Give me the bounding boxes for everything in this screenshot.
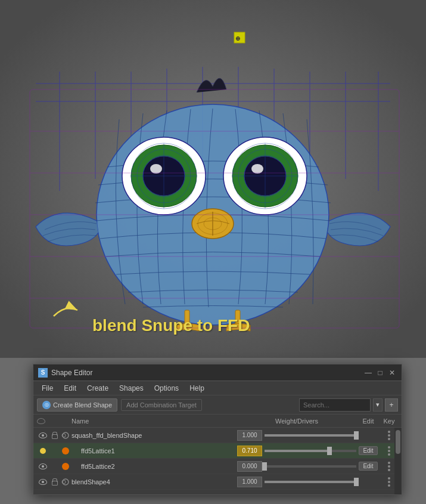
key-dot	[388, 446, 390, 449]
key-dot	[388, 465, 390, 468]
menu-bar: File Edit Create Shapes Options Help	[33, 381, 402, 395]
svg-text:⊕: ⊕	[235, 35, 240, 42]
eye-icon[interactable]	[39, 463, 47, 469]
create-blend-label: Create Blend Shape	[53, 401, 112, 409]
visibility-dot	[40, 448, 46, 454]
row-weight-area: 0.000	[237, 461, 356, 472]
maximize-button[interactable]: □	[375, 368, 385, 378]
row-name-label: squash_ffd_blendShape	[71, 432, 237, 439]
menu-shapes[interactable]: Shapes	[114, 383, 148, 394]
scrollbar[interactable]	[394, 428, 402, 494]
row-lock-toggle[interactable]	[49, 432, 60, 439]
row-name-label: blendShape4	[71, 478, 237, 486]
key-dot	[388, 481, 390, 483]
weight-slider[interactable]	[265, 434, 356, 437]
weight-value[interactable]: 1.000	[237, 477, 262, 487]
col-vis-header	[37, 418, 49, 424]
menu-help[interactable]: Help	[185, 383, 209, 394]
shape-editor-panel: S Shape Editor — □ ✕ File Edit Create Sh…	[33, 364, 402, 495]
search-dropdown[interactable]: ▾	[373, 398, 383, 412]
key-dot	[388, 484, 390, 487]
3d-viewport[interactable]: ⊕ blend Snupe to FFD	[0, 0, 426, 358]
col-weight-header: Weight/Drivers	[237, 418, 356, 425]
row-weight-area: 1.000	[237, 477, 356, 487]
weight-value[interactable]: 0.710	[237, 446, 262, 456]
orange-type-icon	[62, 447, 69, 454]
app-icon: S	[38, 368, 48, 378]
table-row[interactable]: blendShape4 1.000	[33, 474, 402, 490]
weight-value[interactable]: 1.000	[237, 430, 262, 441]
col-name-header: Name	[71, 418, 237, 425]
search-add-button[interactable]: +	[385, 398, 398, 412]
menu-options[interactable]: Options	[150, 383, 184, 394]
add-combination-label: Add Combination Target	[126, 401, 197, 409]
key-dot	[388, 431, 390, 433]
menu-edit[interactable]: Edit	[59, 383, 81, 394]
key-dot	[388, 469, 390, 471]
row-weight-area: 1.000	[237, 430, 356, 441]
rows-container: squash_ffd_blendShape 1.000	[33, 428, 402, 494]
row-type-icon	[60, 447, 71, 454]
weight-value[interactable]: 0.000	[237, 461, 262, 472]
svg-point-17	[150, 164, 162, 174]
close-button[interactable]: ✕	[387, 368, 397, 378]
add-combination-target-button[interactable]: Add Combination Target	[121, 399, 202, 411]
row-name-label: ffd5Lattice2	[71, 463, 237, 470]
row-edit-area[interactable]: Edit	[356, 462, 380, 471]
panel-title: Shape Editor	[51, 369, 92, 377]
key-dot	[388, 462, 390, 464]
title-bar: S Shape Editor — □ ✕	[33, 364, 402, 381]
weight-slider[interactable]	[265, 481, 356, 483]
svg-point-26	[251, 164, 263, 174]
weight-slider[interactable]	[265, 450, 356, 452]
minimize-button[interactable]: —	[363, 368, 373, 378]
table-row[interactable]: squash_ffd_blendShape 1.000	[33, 428, 402, 443]
menu-create[interactable]: Create	[82, 383, 113, 394]
weight-slider[interactable]	[265, 465, 356, 468]
edit-button[interactable]: Edit	[359, 446, 377, 455]
table-row[interactable]: ffd5Lattice2 0.000 Edit	[33, 459, 402, 474]
search-container: ▾ +	[299, 398, 398, 412]
column-headers: Name Weight/Drivers Edit Key	[33, 415, 402, 428]
lock-icon	[51, 432, 57, 439]
col-edit-header: Edit	[356, 418, 380, 425]
row-visibility-toggle[interactable]	[37, 463, 49, 469]
menu-file[interactable]: File	[37, 383, 58, 394]
row-edit-area[interactable]: Edit	[356, 446, 380, 455]
key-dot	[388, 477, 390, 480]
key-dot	[388, 453, 390, 456]
key-dot	[388, 434, 390, 437]
search-input[interactable]	[299, 398, 371, 412]
row-type-icon	[60, 478, 71, 486]
scrollbar-thumb[interactable]	[396, 430, 400, 454]
row-type-icon	[60, 463, 71, 470]
key-dots	[388, 477, 390, 487]
key-dots	[388, 431, 390, 440]
row-weight-area: 0.710	[237, 446, 356, 456]
table-row[interactable]: ffd5Lattice1 0.710 Edit	[33, 443, 402, 459]
row-type-icon	[60, 431, 71, 440]
key-dots	[388, 462, 390, 471]
key-dots	[388, 446, 390, 456]
edit-button[interactable]: Edit	[359, 462, 377, 471]
eye-icon[interactable]	[39, 432, 47, 438]
row-name-label: ffd5Lattice1	[71, 447, 237, 454]
key-dot	[388, 438, 390, 440]
col-key-header: Key	[380, 418, 398, 425]
create-blend-icon: ◎	[42, 401, 51, 409]
toolbar: ◎ Create Blend Shape Add Combination Tar…	[33, 395, 402, 415]
row-visibility-toggle[interactable]	[37, 479, 49, 485]
row-visibility-toggle[interactable]	[37, 448, 49, 454]
eye-icon[interactable]	[39, 479, 47, 485]
orange-type-icon	[62, 463, 69, 470]
lock-icon	[51, 478, 57, 486]
row-visibility-toggle[interactable]	[37, 432, 49, 438]
row-lock-toggle[interactable]	[49, 478, 60, 486]
key-dot	[388, 450, 390, 452]
create-blend-shape-button[interactable]: ◎ Create Blend Shape	[37, 398, 117, 412]
